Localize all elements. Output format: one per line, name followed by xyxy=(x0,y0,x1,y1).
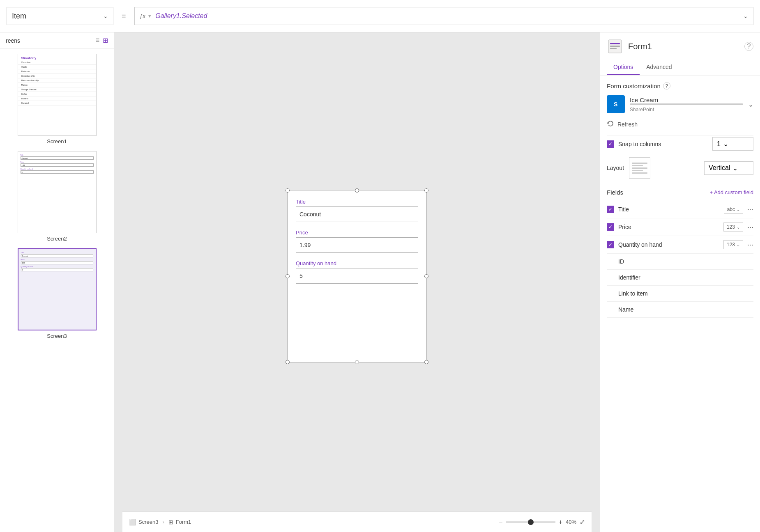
expand-icon[interactable]: ⤢ xyxy=(580,518,585,526)
svg-rect-1 xyxy=(610,43,620,44)
snap-checkbox[interactable]: ✓ xyxy=(607,140,614,148)
bottom-bar: ⬜ Screen3 › ⊞ Form1 − + 40% ⤢ xyxy=(122,511,592,532)
quantity-field-label: Quantity on hand xyxy=(296,260,418,266)
fields-title: Fields xyxy=(607,189,709,196)
item-dropdown-chevron: ⌄ xyxy=(103,13,108,19)
main-layout: reens ≡ ⊞ Strawberry Chocolate Vanilla P… xyxy=(0,32,760,532)
quantity-field-input[interactable] xyxy=(296,268,418,284)
formula-bar-chevron: ⌄ xyxy=(743,13,748,19)
field-row-name: Name xyxy=(607,302,753,318)
quantity-type-badge[interactable]: 123 ⌄ xyxy=(723,240,743,249)
zoom-value: 40% xyxy=(566,519,576,525)
form-field-quantity: Quantity on hand xyxy=(296,260,418,284)
item-dropdown-label: Item xyxy=(12,12,100,21)
handle-bl[interactable] xyxy=(286,360,290,364)
add-custom-field-button[interactable]: + Add custom field xyxy=(709,189,753,195)
list-view-icon[interactable]: ≡ xyxy=(96,37,99,44)
zoom-controls: − + 40% ⤢ xyxy=(499,518,585,526)
add-field-label: + Add custom field xyxy=(709,189,753,195)
canvas-content: Title Price Quantity on hand xyxy=(122,41,592,511)
layout-row: Layout Vertical ⌄ xyxy=(607,157,753,179)
right-panel: Form1 ? Options Advanced Form customizat… xyxy=(600,32,760,532)
formula-bar[interactable]: ƒx ▼ Gallery1.Selected ⌄ xyxy=(134,7,753,25)
price-field-input[interactable] xyxy=(296,237,418,253)
link-field-checkbox[interactable] xyxy=(607,290,614,297)
screens-header: reens ≡ ⊞ xyxy=(0,32,114,49)
price-field-more[interactable]: ··· xyxy=(747,223,753,232)
panel-body: Form customization ? S Ice Cream SharePo… xyxy=(600,76,760,532)
tab-options[interactable]: Options xyxy=(607,60,640,75)
quantity-field-more[interactable]: ··· xyxy=(747,241,753,249)
item-dropdown[interactable]: Item ⌄ xyxy=(7,7,113,25)
tab-advanced[interactable]: Advanced xyxy=(640,60,678,75)
svg-text:S: S xyxy=(614,101,617,108)
title-field-checkbox[interactable]: ✓ xyxy=(607,206,614,213)
field-row-link-to-item: Link to item xyxy=(607,286,753,302)
refresh-label: Refresh xyxy=(617,121,638,128)
layout-dropdown[interactable]: Vertical ⌄ xyxy=(704,161,753,175)
canvas-area: Title Price Quantity on hand ⬜ Screen3 › xyxy=(114,32,600,532)
id-field-checkbox[interactable] xyxy=(607,258,614,265)
equals-sign: = xyxy=(118,12,129,21)
zoom-plus-button[interactable]: + xyxy=(559,518,562,526)
form-widget[interactable]: Title Price Quantity on hand xyxy=(287,190,427,362)
price-field-label: Price xyxy=(296,229,418,236)
form-customization-help[interactable]: ? xyxy=(663,82,670,89)
snap-dropdown[interactable]: 1 ⌄ xyxy=(712,137,753,151)
snap-label: Snap to columns xyxy=(618,141,708,147)
panel-header: Form1 ? Options Advanced xyxy=(600,32,760,76)
price-field-checkbox[interactable]: ✓ xyxy=(607,223,614,231)
datasource-chevron[interactable]: ⌄ xyxy=(748,101,753,108)
identifier-field-name: Identifier xyxy=(618,274,753,281)
field-row-identifier: Identifier xyxy=(607,270,753,286)
link-field-name: Link to item xyxy=(618,290,753,297)
name-field-checkbox[interactable] xyxy=(607,306,614,313)
zoom-minus-button[interactable]: − xyxy=(499,518,502,526)
screen1-thumbnail: Strawberry Chocolate Vanilla Pistachio C… xyxy=(18,54,97,136)
identifier-field-checkbox[interactable] xyxy=(607,274,614,281)
help-icon[interactable]: ? xyxy=(744,42,753,51)
grid-view-icon[interactable]: ⊞ xyxy=(103,37,108,44)
id-field-name: ID xyxy=(618,258,753,265)
price-type-badge[interactable]: 123 ⌄ xyxy=(723,222,743,232)
fx-icon: ƒx ▼ xyxy=(140,13,152,19)
screen3-label: Screen3 xyxy=(47,333,67,339)
datasource-row: S Ice Cream SharePoint ⌄ xyxy=(607,95,753,113)
handle-br[interactable] xyxy=(424,360,428,364)
panel-title: Form1 xyxy=(628,42,652,51)
screen-item-2[interactable]: Title Coconut Price 1.99 Quantity on han… xyxy=(5,151,109,242)
screen2-label: Screen2 xyxy=(47,236,67,242)
name-field-name: Name xyxy=(618,306,753,313)
layout-label: Layout xyxy=(607,165,624,171)
refresh-row[interactable]: Refresh xyxy=(607,120,753,128)
handle-tc[interactable] xyxy=(355,188,359,193)
panel-tabs: Options Advanced xyxy=(607,60,753,75)
quantity-field-checkbox[interactable]: ✓ xyxy=(607,241,614,248)
layout-value: Vertical xyxy=(709,164,730,172)
title-field-input[interactable] xyxy=(296,206,418,222)
quantity-field-name: Quantity on hand xyxy=(618,241,719,248)
form-name: Form1 xyxy=(176,519,191,525)
snap-value: 1 xyxy=(717,140,721,148)
screen1-label: Screen1 xyxy=(47,138,67,144)
screen-name: Screen3 xyxy=(138,519,158,525)
zoom-slider[interactable] xyxy=(506,521,555,523)
handle-bc[interactable] xyxy=(355,360,359,364)
handle-tl[interactable] xyxy=(286,188,290,193)
handle-ml[interactable] xyxy=(286,274,290,278)
title-type-badge[interactable]: abc ⌄ xyxy=(724,205,743,214)
refresh-icon xyxy=(607,120,614,128)
svg-rect-3 xyxy=(610,48,617,49)
snap-to-columns-row: ✓ Snap to columns 1 ⌄ xyxy=(607,137,753,151)
screen-item-1[interactable]: Strawberry Chocolate Vanilla Pistachio C… xyxy=(5,54,109,144)
handle-mr[interactable] xyxy=(424,274,428,278)
sharepoint-icon: S xyxy=(607,95,625,113)
field-row-id: ID xyxy=(607,254,753,270)
screen-item-3[interactable]: Title Coconut Price 1.99 Quantity on han… xyxy=(5,248,109,339)
layout-dropdown-chevron: ⌄ xyxy=(732,164,738,172)
title-field-more[interactable]: ··· xyxy=(747,205,753,214)
handle-tr[interactable] xyxy=(424,188,428,193)
screens-panel: reens ≡ ⊞ Strawberry Chocolate Vanilla P… xyxy=(0,32,114,532)
screen3-thumbnail: Title Coconut Price 1.99 Quantity on han… xyxy=(18,248,97,330)
price-field-name: Price xyxy=(618,224,719,230)
